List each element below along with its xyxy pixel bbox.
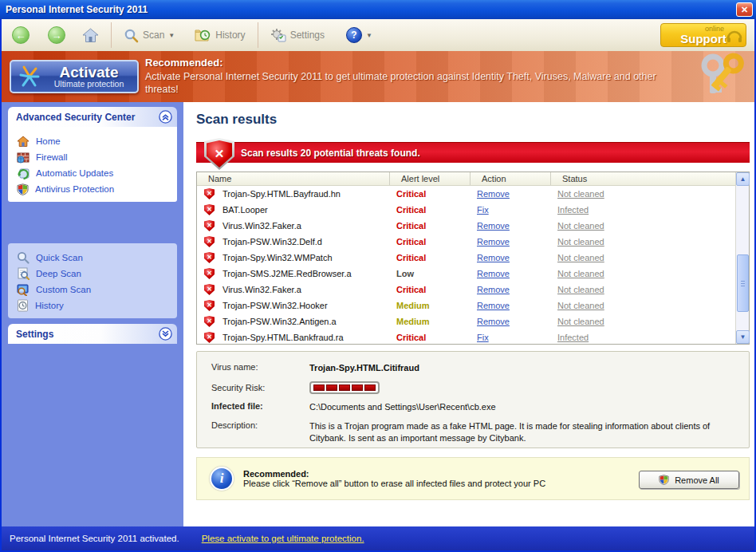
- threat-icon: ✕: [204, 284, 215, 295]
- updates-icon: [17, 168, 30, 179]
- expand-chevron-icon[interactable]: [159, 327, 172, 341]
- table-row[interactable]: ✕Trojan-Spy.Win32.WMPatch Critical Remov…: [197, 250, 735, 266]
- panel-title: Advanced Security Center: [16, 112, 159, 123]
- sidebar-item-firewall[interactable]: Firewall: [8, 149, 177, 165]
- action-link[interactable]: Remove: [471, 221, 510, 231]
- security-risk-label: Security Risk:: [211, 381, 309, 394]
- scan-button[interactable]: Scan ▼: [124, 28, 175, 43]
- activate-link[interactable]: Plese activate to get ultimate protectio…: [202, 534, 364, 543]
- table-row[interactable]: ✕Virus.Win32.Faker.a Critical Remove Not…: [197, 218, 735, 234]
- sidebar-item-home[interactable]: Home: [8, 133, 177, 149]
- home-icon: [17, 136, 30, 148]
- scan-dropdown-icon[interactable]: ▼: [168, 32, 175, 39]
- action-link[interactable]: Remove: [471, 285, 510, 294]
- action-link[interactable]: Fix: [471, 333, 489, 342]
- close-button[interactable]: ✕: [736, 2, 753, 17]
- status-text: Personal Internet Security 2011 activate…: [10, 534, 179, 543]
- alert-level: Critical: [390, 285, 471, 294]
- action-link[interactable]: Remove: [471, 301, 510, 310]
- status-label: Not cleaned: [551, 189, 604, 199]
- table-row[interactable]: ✕Trojan-PSW.Win32.Delf.d Critical Remove…: [197, 234, 735, 250]
- action-link[interactable]: Remove: [471, 317, 510, 326]
- action-link[interactable]: Remove: [471, 253, 510, 262]
- infected-file-value: C:\Documents and Settings\User\Recent\cb…: [309, 401, 496, 413]
- sidebar-item-antivirus-protection[interactable]: Antivirus Protection: [8, 181, 177, 197]
- column-header-status[interactable]: Status: [551, 172, 735, 185]
- scroll-up-icon[interactable]: ▲: [736, 172, 750, 186]
- history-button[interactable]: History: [195, 29, 245, 42]
- advanced-security-center-header[interactable]: Advanced Security Center: [8, 107, 177, 127]
- table-row[interactable]: ✕Trojan-PSW.Win32.Antigen.a Medium Remov…: [197, 313, 735, 329]
- remove-all-button[interactable]: Remove All: [639, 471, 739, 489]
- threat-name: Trojan-PSW.Win32.Hooker: [222, 301, 328, 310]
- infected-file-label: Infected file:: [211, 401, 309, 413]
- forward-icon: →: [48, 26, 65, 44]
- threat-icon: ✕: [204, 220, 215, 231]
- column-header-alert-level[interactable]: Alert level: [390, 172, 471, 185]
- threat-name: Virus.Win32.Faker.a: [222, 285, 301, 294]
- deep-scan-icon: [17, 267, 30, 280]
- table-row[interactable]: ✕Trojan-Spy.HTML.Bankfraud.ra Critical F…: [197, 329, 735, 345]
- history-icon: [195, 29, 211, 42]
- sidebar-item-quick-scan[interactable]: Quick Scan: [8, 250, 177, 266]
- scrollbar-thumb[interactable]: [737, 254, 749, 312]
- back-button[interactable]: ←: [12, 26, 30, 44]
- status-label: Not cleaned: [551, 285, 604, 294]
- settings-header[interactable]: Settings: [8, 324, 177, 344]
- activate-title: Activate: [60, 65, 119, 81]
- settings-panel: Settings: [8, 324, 177, 344]
- home-icon: [82, 28, 99, 43]
- history-label: History: [215, 30, 245, 41]
- sidebar-item-custom-scan[interactable]: Custom Scan: [8, 282, 177, 298]
- help-dropdown-icon[interactable]: ▼: [366, 32, 372, 39]
- threat-name: Virus.Win32.Faker.a: [222, 221, 301, 231]
- recommended-text: Please click “Remove all” button to eras…: [243, 479, 545, 488]
- threat-icon: ✕: [204, 236, 215, 247]
- column-header-action[interactable]: Action: [471, 172, 551, 185]
- forward-button[interactable]: →: [48, 26, 65, 44]
- sidebar-item-automatic-updates[interactable]: Automatic Updates: [8, 165, 177, 181]
- action-link[interactable]: Fix: [471, 205, 489, 215]
- table-row[interactable]: ✕BAT.Looper Critical Fix Infected: [197, 202, 735, 218]
- threat-icon: ✕: [204, 204, 215, 215]
- action-link[interactable]: Remove: [471, 189, 510, 199]
- table-row[interactable]: ✕Trojan-Spy.HTML.Bayfraud.hn Critical Re…: [197, 186, 735, 202]
- app-window: Personal Internet Security 2011 ✕ ← → Sc…: [0, 0, 756, 552]
- risk-block: [339, 384, 350, 391]
- status-label: Not cleaned: [551, 237, 604, 246]
- recommended-panel: i Recommended: Please click “Remove all”…: [196, 457, 750, 500]
- alert-level: Medium: [390, 317, 471, 326]
- advanced-security-center-panel: Advanced Security Center Home Firewall A…: [8, 107, 177, 202]
- star-burst-icon: [18, 64, 41, 89]
- banner-message: Activate Personal Internet Security 2011…: [145, 70, 679, 97]
- scroll-down-icon[interactable]: ▼: [736, 330, 750, 344]
- vertical-scrollbar[interactable]: ▲ ▼: [735, 172, 749, 344]
- table-row[interactable]: ✕Virus.Win32.Faker.a Critical Remove Not…: [197, 282, 735, 298]
- online-support-button[interactable]: online Support: [660, 23, 746, 47]
- history-icon: [17, 299, 29, 312]
- sidebar-item-history[interactable]: History: [8, 298, 177, 313]
- action-link[interactable]: Remove: [471, 237, 510, 246]
- activate-button[interactable]: Activate Ultimate protection: [10, 60, 139, 93]
- keys-icon: [684, 53, 753, 101]
- status-label: Infected: [551, 333, 589, 342]
- column-header-name[interactable]: Name: [197, 172, 390, 185]
- alert-level: Low: [390, 269, 471, 278]
- threat-name: Trojan-Spy.Win32.WMPatch: [222, 253, 333, 262]
- settings-button[interactable]: Settings: [270, 28, 325, 42]
- status-label: Not cleaned: [551, 269, 604, 278]
- help-button[interactable]: ? ▼: [346, 27, 372, 43]
- back-icon: ←: [12, 26, 30, 44]
- action-link[interactable]: Remove: [471, 269, 510, 278]
- sidebar-item-deep-scan[interactable]: Deep Scan: [8, 266, 177, 282]
- collapse-chevron-icon[interactable]: [159, 110, 172, 124]
- table-row[interactable]: ✕Trojan-SMS.J2ME.RedBrowser.a Low Remove…: [197, 266, 735, 282]
- toolbar-separator: [111, 22, 112, 48]
- home-button[interactable]: [82, 28, 99, 43]
- threat-name: Trojan-Spy.HTML.Bayfraud.hn: [222, 189, 341, 199]
- status-label: Not cleaned: [551, 317, 604, 326]
- shield-icon: [659, 475, 669, 485]
- title-bar[interactable]: Personal Internet Security 2011 ✕: [0, 0, 756, 19]
- table-row[interactable]: ✕Trojan-PSW.Win32.Hooker Medium Remove N…: [197, 298, 735, 313]
- body: Advanced Security Center Home Firewall A…: [2, 102, 754, 526]
